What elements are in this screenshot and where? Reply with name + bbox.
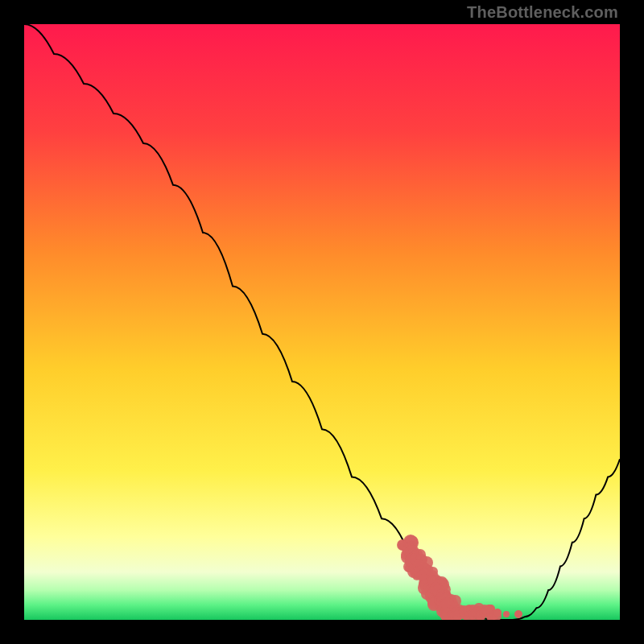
chart-frame: TheBottleneck.com: [0, 0, 644, 644]
watermark-text: TheBottleneck.com: [467, 3, 618, 22]
highlight-dots: [24, 24, 620, 620]
plot-area: [24, 24, 620, 620]
